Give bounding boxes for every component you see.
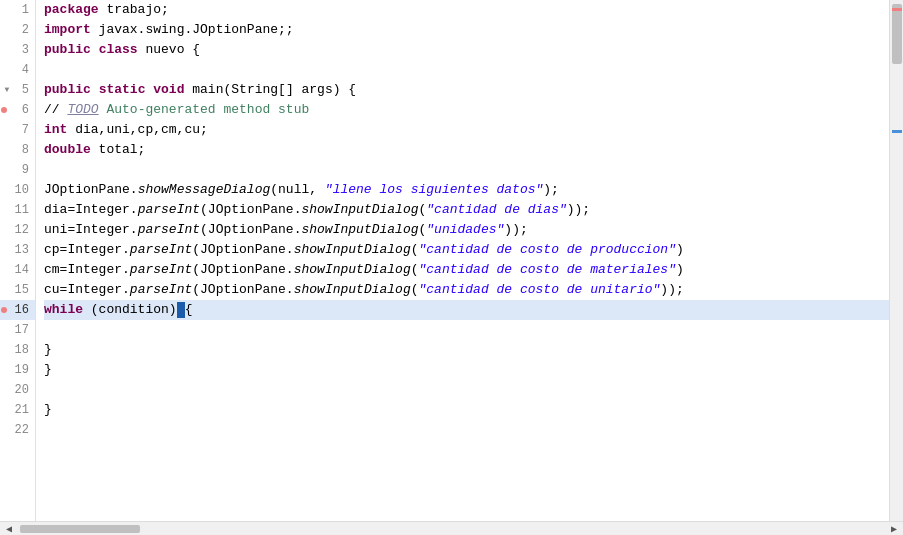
token-kw: package [44, 2, 99, 17]
token-plain: cm=Integer. [44, 262, 130, 277]
code-line-21: } [44, 400, 889, 420]
code-content[interactable]: package trabajo;import javax.swing.JOpti… [36, 0, 889, 521]
token-plain: } [44, 362, 52, 377]
token-plain: ( [411, 282, 419, 297]
token-plain: } [44, 402, 52, 417]
token-kw2: int [44, 122, 67, 137]
code-line-2: import javax.swing.JOptionPane;; [44, 20, 889, 40]
token-method: parseInt [138, 202, 200, 217]
line-number-8: 8 [0, 140, 35, 160]
token-plain: } [44, 342, 52, 357]
token-plain: (null, [270, 182, 325, 197]
code-line-20 [44, 380, 889, 400]
scroll-left-button[interactable]: ◀ [2, 522, 16, 536]
vertical-scrollbar[interactable] [889, 0, 903, 521]
editor-container: 1234▼5678910111213141516171819202122 pac… [0, 0, 903, 535]
token-method: showInputDialog [294, 242, 411, 257]
token-plain: nuevo { [138, 42, 200, 57]
token-kw2: while [44, 302, 83, 317]
token-method: showMessageDialog [138, 182, 271, 197]
token-plain: ) [676, 262, 684, 277]
token-plain: )); [567, 202, 590, 217]
token-str: "cantidad de costo de materiales" [419, 262, 676, 277]
token-plain [91, 82, 99, 97]
line-number-12: 12 [0, 220, 35, 240]
token-method: parseInt [138, 222, 200, 237]
code-line-11: dia=Integer.parseInt(JOptionPane.showInp… [44, 200, 889, 220]
token-plain: (JOptionPane. [192, 242, 293, 257]
token-plain: (condition) [83, 302, 177, 317]
line-number-22: 22 [0, 420, 35, 440]
code-line-19: } [44, 360, 889, 380]
token-method: showInputDialog [301, 202, 418, 217]
token-plain: cp=Integer. [44, 242, 130, 257]
line-number-19: 19 [0, 360, 35, 380]
line-number-14: 14 [0, 260, 35, 280]
token-plain: // [44, 102, 67, 117]
token-plain: (JOptionPane. [200, 202, 301, 217]
line-number-16: 16 [0, 300, 35, 320]
code-line-6: // TODO Auto-generated method stub [44, 100, 889, 120]
code-line-5: public static void main(String[] args) { [44, 80, 889, 100]
token-method: parseInt [130, 262, 192, 277]
token-kw: static [99, 82, 146, 97]
token-str: "cantidad de dias" [426, 202, 566, 217]
token-plain: ) [676, 242, 684, 257]
token-plain: )); [504, 222, 527, 237]
token-plain [91, 42, 99, 57]
scrollbar-thumb[interactable] [892, 4, 902, 64]
code-line-1: package trabajo; [44, 0, 889, 20]
code-line-10: JOptionPane.showMessageDialog(null, "lle… [44, 180, 889, 200]
token-kw2: double [44, 142, 91, 157]
line-number-17: 17 [0, 320, 35, 340]
token-method: parseInt [130, 242, 192, 257]
line-number-18: 18 [0, 340, 35, 360]
text-cursor [177, 302, 185, 318]
code-line-13: cp=Integer.parseInt(JOptionPane.showInpu… [44, 240, 889, 260]
token-plain: ( [411, 242, 419, 257]
line-number-4: 4 [0, 60, 35, 80]
horizontal-scrollbar[interactable]: ◀ ▶ [0, 521, 903, 535]
collapse-arrow-icon[interactable]: ▼ [0, 80, 14, 100]
line-number-5: ▼5 [0, 80, 35, 100]
line-number-15: 15 [0, 280, 35, 300]
line-number-11: 11 [0, 200, 35, 220]
token-plain: total; [91, 142, 146, 157]
code-line-9 [44, 160, 889, 180]
error-dot-icon [1, 107, 7, 113]
code-line-17 [44, 320, 889, 340]
token-kw: class [99, 42, 138, 57]
line-number-21: 21 [0, 400, 35, 420]
line-number-10: 10 [0, 180, 35, 200]
warning-mark [892, 130, 902, 133]
token-todo: TODO [67, 102, 98, 117]
line-number-9: 9 [0, 160, 35, 180]
line-number-3: 3 [0, 40, 35, 60]
code-line-14: cm=Integer.parseInt(JOptionPane.showInpu… [44, 260, 889, 280]
code-line-22 [44, 420, 889, 440]
token-plain: )); [660, 282, 683, 297]
token-kw: void [153, 82, 184, 97]
code-line-7: int dia,uni,cp,cm,cu; [44, 120, 889, 140]
token-plain: trabajo; [99, 2, 169, 17]
token-plain: dia,uni,cp,cm,cu; [67, 122, 207, 137]
code-line-16: while (condition) { [44, 300, 889, 320]
token-method: parseInt [130, 282, 192, 297]
token-plain: (JOptionPane. [200, 222, 301, 237]
token-plain: JOptionPane. [44, 182, 138, 197]
code-line-18: } [44, 340, 889, 360]
token-str: "unidades" [426, 222, 504, 237]
code-line-15: cu=Integer.parseInt(JOptionPane.showInpu… [44, 280, 889, 300]
token-str: "cantidad de costo de unitario" [419, 282, 661, 297]
line-number-7: 7 [0, 120, 35, 140]
token-plain: cu=Integer. [44, 282, 130, 297]
token-method: showInputDialog [301, 222, 418, 237]
line-gutter: 1234▼5678910111213141516171819202122 [0, 0, 36, 521]
line-number-1: 1 [0, 0, 35, 20]
token-method: showInputDialog [294, 282, 411, 297]
h-scrollbar-thumb[interactable] [20, 525, 140, 533]
code-line-4 [44, 60, 889, 80]
scroll-right-button[interactable]: ▶ [887, 522, 901, 536]
token-plain: (JOptionPane. [192, 262, 293, 277]
token-kw: public [44, 42, 91, 57]
